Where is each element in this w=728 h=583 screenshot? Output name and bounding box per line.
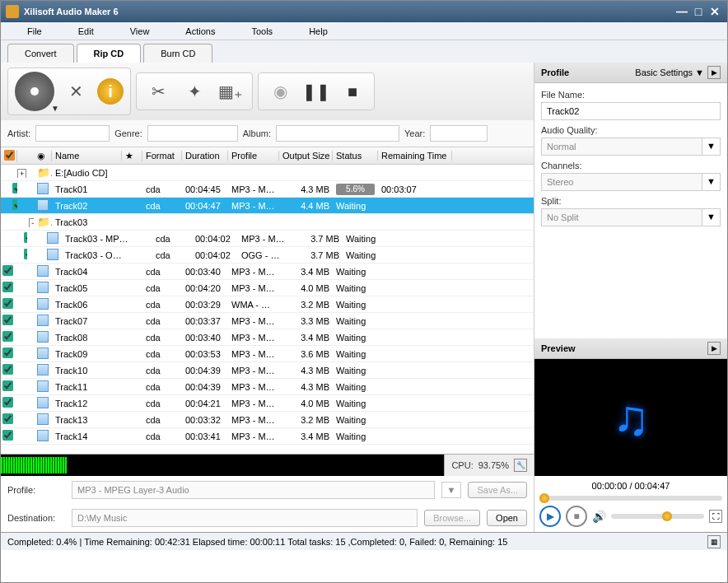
row-checkbox[interactable] <box>12 183 17 194</box>
menu-tools[interactable]: Tools <box>233 26 291 36</box>
row-checkbox[interactable] <box>2 331 13 342</box>
album-input[interactable] <box>276 125 399 142</box>
chevron-down-icon[interactable]: ▼ <box>702 173 721 191</box>
track-row[interactable]: Track13cda00:03:32MP3 - MP...3.2 MBWaiti… <box>1 412 534 428</box>
track-remaining: 00:03:07 <box>378 184 452 194</box>
open-button[interactable]: Open <box>487 510 527 526</box>
chevron-down-icon[interactable]: ▼ <box>702 138 721 156</box>
profile-select[interactable] <box>72 481 435 499</box>
volume-icon[interactable]: 🔊 <box>592 510 606 523</box>
profile-panel-header: Profile Basic Settings ▼ ▶ <box>534 63 727 83</box>
close-button[interactable]: ✕ <box>707 5 722 18</box>
channels-select[interactable] <box>541 173 702 191</box>
track-row[interactable]: Track07cda00:03:37MP3 - MP...3.3 MBWaiti… <box>1 313 534 329</box>
filename-label: File Name: <box>541 90 721 100</box>
star-icon[interactable]: ✦ <box>180 77 209 106</box>
collapse-right-icon[interactable]: ▶ <box>707 66 721 79</box>
col-duration[interactable]: Duration <box>182 151 228 161</box>
collapse-right-icon[interactable]: ▶ <box>707 342 721 355</box>
row-checkbox[interactable] <box>24 232 27 243</box>
menu-file[interactable]: File <box>9 26 60 36</box>
tab-rip-cd[interactable]: Rip CD <box>77 44 142 63</box>
quality-select[interactable] <box>541 138 702 156</box>
group-row[interactable]: +📁E:[Audio CD] <box>1 165 534 181</box>
chevron-down-icon[interactable]: ▼ <box>702 208 721 226</box>
row-checkbox[interactable] <box>2 298 13 309</box>
disc-button[interactable]: ▼ <box>15 72 54 111</box>
track-row[interactable]: Track14cda00:03:41MP3 - MP...3.4 MBWaiti… <box>1 428 534 445</box>
artist-input[interactable] <box>35 125 110 142</box>
row-checkbox[interactable] <box>2 380 13 391</box>
stop-button[interactable]: ■ <box>338 77 367 106</box>
wrench-icon[interactable]: 🔧 <box>514 459 527 472</box>
track-row[interactable]: Track04cda00:03:40MP3 - MP...3.4 MBWaiti… <box>1 264 534 280</box>
track-row[interactable]: Track10cda00:04:39MP3 - MP...4.3 MBWaiti… <box>1 362 534 379</box>
group-row[interactable]: −📁Track03 <box>1 214 534 231</box>
track-row[interactable]: Track09cda00:03:53MP3 - MP...3.6 MBWaiti… <box>1 346 534 362</box>
play-button[interactable]: ▶ <box>539 506 561 527</box>
row-checkbox[interactable] <box>24 249 27 259</box>
menu-edit[interactable]: Edit <box>60 26 112 36</box>
genre-input[interactable] <box>147 125 238 142</box>
titlebar: Xilisoft Audio Maker 6 — □ ✕ <box>1 1 727 22</box>
track-row[interactable]: Track12cda00:04:21MP3 - MP...4.0 MBWaiti… <box>1 395 534 412</box>
track-format: cda <box>142 399 182 408</box>
col-icon-icon[interactable]: ◉ <box>34 151 52 161</box>
menu-actions[interactable]: Actions <box>167 26 233 36</box>
tab-burn-cd[interactable]: Burn CD <box>143 44 212 63</box>
row-checkbox[interactable] <box>2 347 13 358</box>
year-input[interactable] <box>430 125 488 142</box>
track-row[interactable]: Track03 - MP3...cda00:04:02MP3 - MP...3.… <box>1 231 534 247</box>
film-add-icon[interactable]: ▦₊ <box>216 77 245 106</box>
track-row[interactable]: Track06cda00:03:29WMA - Wi...3.2 MBWaiti… <box>1 296 534 313</box>
seek-slider[interactable] <box>539 496 722 501</box>
row-checkbox[interactable] <box>12 199 17 210</box>
menu-view[interactable]: View <box>112 26 168 36</box>
statusbar-button[interactable]: ▦ <box>707 535 721 548</box>
row-checkbox[interactable] <box>2 413 13 424</box>
row-checkbox[interactable] <box>2 265 13 276</box>
maximize-button[interactable]: □ <box>691 5 706 18</box>
row-checkbox[interactable] <box>2 364 13 375</box>
delete-button[interactable]: ✕ <box>61 77 91 106</box>
track-row[interactable]: Track01cda00:04:45MP3 - MP...4.3 MB5.6%0… <box>1 181 534 198</box>
track-row[interactable]: Track05cda00:04:20MP3 - MP...4.0 MBWaiti… <box>1 280 534 296</box>
row-checkbox[interactable] <box>2 282 13 292</box>
checkall[interactable] <box>1 150 17 162</box>
track-row[interactable]: Track02cda00:04:47MP3 - MP...4.4 MBWaiti… <box>1 198 534 214</box>
split-select[interactable] <box>541 208 702 226</box>
filename-input[interactable] <box>541 102 721 120</box>
info-button[interactable]: i <box>97 78 124 105</box>
pause-button[interactable]: ❚❚ <box>301 77 331 106</box>
col-status[interactable]: Status <box>333 151 378 161</box>
profile-dropdown-icon[interactable]: ▼ <box>441 482 462 498</box>
expand-icon[interactable]: + <box>17 169 26 178</box>
save-as-button[interactable]: Save As... <box>468 482 527 498</box>
star-icon[interactable]: ★ <box>122 151 142 161</box>
track-grid[interactable]: +📁E:[Audio CD]Track01cda00:04:45MP3 - MP… <box>1 165 534 454</box>
track-profile: MP3 - MP... <box>238 234 289 244</box>
cut-icon[interactable]: ✂ <box>143 77 173 106</box>
col-remaining[interactable]: Remaining Time <box>378 151 452 161</box>
row-checkbox[interactable] <box>2 430 13 441</box>
record-button[interactable]: ◉ <box>265 77 295 106</box>
browse-button[interactable]: Browse... <box>424 510 480 526</box>
col-name[interactable]: Name <box>52 151 122 161</box>
col-outsize[interactable]: Output Size <box>279 151 333 161</box>
stop-preview-button[interactable]: ■ <box>566 506 587 527</box>
basic-settings-dropdown[interactable]: Basic Settings ▼ <box>635 68 704 77</box>
row-checkbox[interactable] <box>2 315 13 325</box>
destination-input[interactable] <box>72 509 418 527</box>
minimize-button[interactable]: — <box>674 5 689 18</box>
col-format[interactable]: Format <box>142 151 182 161</box>
track-row[interactable]: Track08cda00:03:40MP3 - MP...3.4 MBWaiti… <box>1 329 534 346</box>
track-row[interactable]: Track11cda00:04:39MP3 - MP...4.3 MBWaiti… <box>1 379 534 395</box>
col-profile[interactable]: Profile <box>228 151 279 161</box>
track-row[interactable]: Track03 - OGG...cda00:04:02OGG - Og...3.… <box>1 247 534 264</box>
track-profile: MP3 - MP... <box>228 431 279 441</box>
row-checkbox[interactable] <box>2 397 13 408</box>
volume-slider[interactable] <box>611 514 704 519</box>
tab-convert[interactable]: Convert <box>7 44 74 63</box>
menu-help[interactable]: Help <box>291 26 346 36</box>
snapshot-icon[interactable]: ⛶ <box>709 510 722 523</box>
